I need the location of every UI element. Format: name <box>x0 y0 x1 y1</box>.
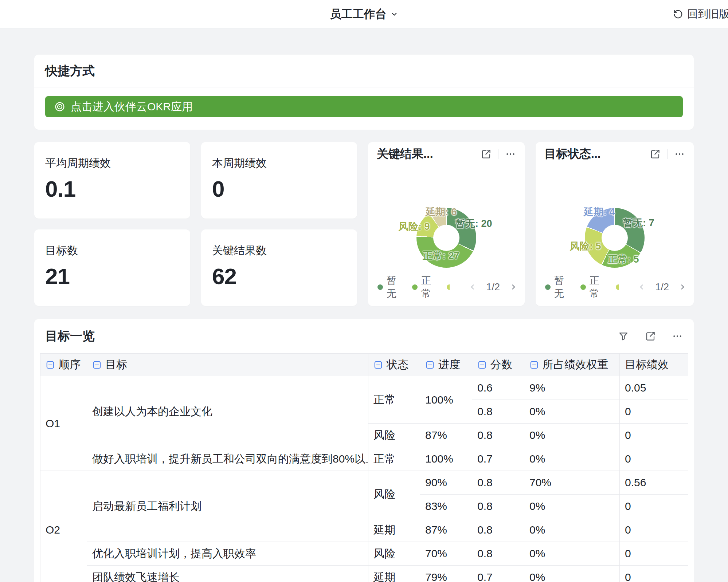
chart-card-header: 关键结果... <box>368 142 525 166</box>
history-icon <box>673 9 684 20</box>
cell-score: 0.8 <box>472 542 524 566</box>
cell-performance: 0 <box>620 447 688 471</box>
cell-weight: 0% <box>524 447 620 471</box>
top-bar: 员工工作台 回到旧版 <box>0 0 728 28</box>
stat-value: 62 <box>212 263 346 289</box>
cell-weight: 0% <box>524 518 620 542</box>
table-row: 做好入职培训，提升新员工和公司双向的满意度到80%以上 正常 100% 0.7 … <box>40 447 688 471</box>
cell-score: 0.8 <box>472 471 524 495</box>
legend-dot <box>545 284 551 290</box>
chart-legend-row: 暂无 正常 1/2 <box>377 274 517 300</box>
legend-page-indicator: 1/2 <box>486 282 500 293</box>
open-in-new-icon[interactable] <box>645 331 656 342</box>
cell-performance: 0 <box>620 566 688 582</box>
stat-card-goal-count: 目标数 21 <box>34 229 190 306</box>
shortcuts-title: 快捷方式 <box>45 63 95 79</box>
legend-item-clipped <box>447 284 450 290</box>
cell-goal: 创建以人为本的企业文化 <box>87 376 368 447</box>
stat-label: 关键结果数 <box>212 243 346 258</box>
legend-prev-icon[interactable] <box>469 283 477 291</box>
stat-card-current-cycle-performance: 本周期绩效 0 <box>201 142 357 219</box>
shortcuts-card-header: 快捷方式 <box>34 55 694 87</box>
cell-score: 0.8 <box>472 400 524 424</box>
cell-performance: 0.05 <box>620 376 688 400</box>
cell-score: 0.6 <box>472 376 524 400</box>
label-delayed: 延期: 4 <box>584 205 615 219</box>
goals-card-header: 目标一览 <box>34 319 694 353</box>
open-in-new-icon[interactable] <box>481 149 492 160</box>
table-row: 团队绩效飞速增长 延期 79% 0.7 0% 0 <box>40 566 688 582</box>
cell-performance: 0 <box>620 400 688 424</box>
legend-item-normal[interactable]: 正常 <box>580 274 606 300</box>
legend-dot <box>377 284 383 290</box>
cell-goal: 启动最新员工福利计划 <box>87 471 368 542</box>
label-risk: 风险: 9 <box>399 220 430 233</box>
header-order: 顺序 <box>40 354 87 376</box>
chart-legend-row: 暂无 正常 1/2 <box>545 274 686 300</box>
stat-value: 0 <box>212 176 346 202</box>
legend-prev-icon[interactable] <box>638 283 646 291</box>
cell-goal: 优化入职培训计划，提高入职效率 <box>87 542 368 566</box>
key-results-donut-chart: 延期: 6 暂无: 20 风险: 9 正常: 27 <box>368 166 525 283</box>
cell-score: 0.7 <box>472 447 524 471</box>
legend-label: 正常 <box>421 274 437 300</box>
legend-dot <box>580 284 586 290</box>
filter-icon[interactable] <box>618 331 629 342</box>
cell-status: 风险 <box>368 424 420 447</box>
back-to-old-version-label: 回到旧版 <box>687 7 728 21</box>
chart-title: 关键结果... <box>377 146 481 162</box>
cell-performance: 0 <box>620 424 688 447</box>
legend-item-normal[interactable]: 正常 <box>412 274 437 300</box>
cell-score: 0.7 <box>472 566 524 582</box>
stat-label: 本周期绩效 <box>212 156 346 171</box>
key-results-chart-card: 关键结果... 延期: 6 暂无: 20 风险: 9 正常: 27 暂无 正常 … <box>368 142 525 306</box>
cell-progress: 100% <box>420 447 472 471</box>
legend-next-icon[interactable] <box>509 283 517 291</box>
collapse-group-icon[interactable] <box>529 360 539 370</box>
cell-weight: 0% <box>524 542 620 566</box>
cell-status: 风险 <box>368 542 420 566</box>
cell-weight: 0% <box>524 424 620 447</box>
stat-card-avg-cycle-performance: 平均周期绩效 0.1 <box>34 142 190 219</box>
label-normal: 正常: 27 <box>423 249 459 262</box>
table-row: O1 创建以人为本的企业文化 正常 100% 0.6 9% 0.05 <box>40 376 688 400</box>
legend-next-icon[interactable] <box>678 283 686 291</box>
label-none: 暂无: 20 <box>455 217 492 230</box>
legend-item-none[interactable]: 暂无 <box>545 274 571 300</box>
collapse-group-icon[interactable] <box>92 360 102 370</box>
collapse-group-icon[interactable] <box>477 360 487 370</box>
legend-label: 暂无 <box>554 274 571 300</box>
more-icon[interactable] <box>672 331 683 342</box>
cell-status: 正常 <box>368 447 420 471</box>
legend-item-none[interactable]: 暂无 <box>377 274 403 300</box>
cell-performance: 0 <box>620 542 688 566</box>
legend-label: 暂无 <box>387 274 403 300</box>
cell-progress: 79% <box>420 566 472 582</box>
back-to-old-version-button[interactable]: 回到旧版 <box>673 0 728 28</box>
open-in-new-icon[interactable] <box>650 149 661 160</box>
cell-progress: 87% <box>420 424 472 447</box>
cell-score: 0.8 <box>472 495 524 518</box>
okr-app-shortcut-button[interactable]: 点击进入伙伴云OKR应用 <box>45 96 683 117</box>
goal-status-chart-card: 目标状态... 延期: 4 暂无: 7 风险: 5 正常: 5 暂无 正常 1/… <box>536 142 694 306</box>
cell-score: 0.8 <box>472 518 524 542</box>
stat-value: 21 <box>45 263 179 289</box>
cell-weight: 0% <box>524 495 620 518</box>
cell-progress: 87% <box>420 518 472 542</box>
goals-table: 顺序 目标 状态 进度 分数 所占绩效权重 目标绩效 O1 创建以人为本的企业文… <box>40 353 688 582</box>
cell-status: 风险 <box>368 471 420 518</box>
page-title: 员工工作台 <box>330 7 387 22</box>
more-icon[interactable] <box>505 149 516 160</box>
workspace-title-dropdown[interactable]: 员工工作台 <box>330 7 398 22</box>
header-weight: 所占绩效权重 <box>524 354 620 376</box>
cell-performance: 0 <box>620 518 688 542</box>
cell-weight: 0% <box>524 566 620 582</box>
header-progress: 进度 <box>420 354 472 376</box>
collapse-group-icon[interactable] <box>46 360 55 370</box>
goal-status-donut-chart: 延期: 4 暂无: 7 风险: 5 正常: 5 <box>536 166 694 283</box>
stat-card-key-result-count: 关键结果数 62 <box>201 229 357 306</box>
collapse-group-icon[interactable] <box>373 360 383 370</box>
collapse-group-icon[interactable] <box>425 360 435 370</box>
stat-value: 0.1 <box>45 176 179 202</box>
more-icon[interactable] <box>674 149 685 160</box>
